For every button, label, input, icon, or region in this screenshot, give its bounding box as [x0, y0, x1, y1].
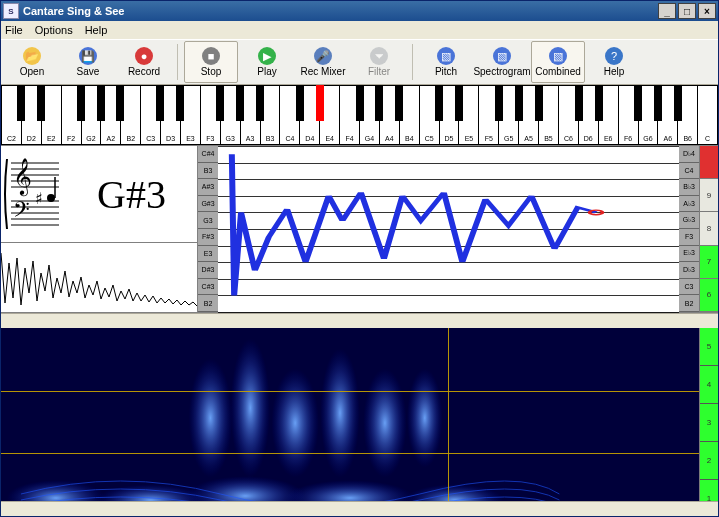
toolbar-combined-label: Combined [535, 66, 581, 77]
meter-cell: 7 [700, 246, 718, 279]
key-label: C [705, 135, 710, 142]
key-label: G5 [504, 135, 513, 142]
key-label: B6 [683, 135, 692, 142]
pitch-axis-tick: D♭3 [679, 262, 699, 279]
toolbar-record-button[interactable]: ●Record [117, 41, 171, 83]
toolbar-pitch-label: Pitch [435, 66, 457, 77]
white-key[interactable]: E4 [320, 85, 340, 145]
toolbar-spectrogram-button[interactable]: ▧Spectrogram [475, 41, 529, 83]
svg-point-23 [271, 368, 319, 478]
meter-cell: 2 [700, 442, 718, 480]
white-key[interactable]: E3 [181, 85, 201, 145]
staff-note-panel: 𝄞 𝄢 ♯ G#3 [1, 146, 197, 243]
pitch-scrollbar[interactable] [1, 313, 718, 328]
pitch-axis-tick: B♭3 [679, 179, 699, 196]
pitch-axis-tick: C#3 [198, 279, 218, 296]
white-key[interactable]: A2 [101, 85, 121, 145]
play-icon: ▶ [258, 47, 276, 65]
toolbar-pitch-button[interactable]: ▧Pitch [419, 41, 473, 83]
key-label: C4 [285, 135, 294, 142]
white-key[interactable]: G3 [221, 85, 241, 145]
white-key[interactable]: B2 [121, 85, 141, 145]
minimize-button[interactable]: _ [658, 3, 676, 19]
statusbar [1, 501, 718, 516]
piano-keyboard[interactable]: C2D2E2F2G2A2B2C3D3E3F3G3A3B3C4D4E4F4G4A4… [1, 85, 718, 146]
white-key[interactable]: F2 [62, 85, 82, 145]
white-key[interactable]: A5 [519, 85, 539, 145]
app-icon: S [3, 3, 19, 19]
white-key[interactable]: A6 [658, 85, 678, 145]
toolbar-save-button[interactable]: 💾Save [61, 41, 115, 83]
white-key[interactable]: D6 [579, 85, 599, 145]
key-label: B3 [266, 135, 275, 142]
white-key[interactable]: G4 [360, 85, 380, 145]
key-label: E2 [47, 135, 56, 142]
white-key[interactable]: D2 [22, 85, 42, 145]
white-key[interactable]: C4 [280, 85, 300, 145]
key-label: F2 [67, 135, 75, 142]
white-key[interactable]: E2 [42, 85, 62, 145]
white-key[interactable]: B6 [678, 85, 698, 145]
key-label: G6 [643, 135, 652, 142]
white-key[interactable]: F5 [479, 85, 499, 145]
white-key[interactable]: C5 [420, 85, 440, 145]
level-meter-upper: 9 8 7 6 [699, 146, 718, 312]
toolbar-record-label: Record [128, 66, 160, 77]
white-key[interactable]: F6 [619, 85, 639, 145]
waveform-panel [1, 243, 197, 312]
toolbar-open-label: Open [20, 66, 44, 77]
recmixer-icon: 🎤 [314, 47, 332, 65]
white-key[interactable]: C2 [1, 85, 22, 145]
titlebar: S Cantare Sing & See _ □ × [1, 1, 718, 21]
menu-options[interactable]: Options [35, 24, 73, 36]
svg-point-21 [188, 358, 232, 478]
toolbar-open-button[interactable]: 📂Open [5, 41, 59, 83]
white-key[interactable]: G5 [499, 85, 519, 145]
toolbar-help-button[interactable]: ?Help [587, 41, 641, 83]
white-key[interactable]: G2 [82, 85, 102, 145]
white-key[interactable]: C6 [559, 85, 579, 145]
toolbar-play-button[interactable]: ▶Play [240, 41, 294, 83]
pitch-panel: C#4B3A#3G#3G3F#3E3D#3C#3B2 D♭4C4B♭3A♭3G♭… [198, 146, 699, 312]
pitch-axis-tick: G#3 [198, 196, 218, 213]
white-key[interactable]: D3 [161, 85, 181, 145]
white-key[interactable]: D4 [300, 85, 320, 145]
white-key[interactable]: B5 [539, 85, 559, 145]
menu-help[interactable]: Help [85, 24, 108, 36]
toolbar-help-label: Help [604, 66, 625, 77]
open-icon: 📂 [23, 47, 41, 65]
white-key[interactable]: C [698, 85, 718, 145]
close-button[interactable]: × [698, 3, 716, 19]
key-label: F4 [346, 135, 354, 142]
white-key[interactable]: G6 [639, 85, 659, 145]
key-label: C6 [564, 135, 573, 142]
white-key[interactable]: B4 [400, 85, 420, 145]
white-key[interactable]: C3 [141, 85, 161, 145]
meter-red-cell [700, 146, 718, 179]
save-icon: 💾 [79, 47, 97, 65]
key-label: E5 [465, 135, 474, 142]
pitch-axis-tick: A♭3 [679, 196, 699, 213]
meter-cell: 4 [700, 366, 718, 404]
white-key[interactable]: D5 [440, 85, 460, 145]
pitch-plot[interactable] [218, 146, 679, 312]
white-key[interactable]: A3 [241, 85, 261, 145]
key-label: E6 [604, 135, 613, 142]
key-label: A3 [246, 135, 255, 142]
white-key[interactable]: B3 [261, 85, 281, 145]
white-key[interactable]: A4 [380, 85, 400, 145]
maximize-button[interactable]: □ [678, 3, 696, 19]
spectrogram-plot[interactable] [1, 328, 699, 517]
key-label: G2 [86, 135, 95, 142]
white-key[interactable]: E5 [459, 85, 479, 145]
white-key[interactable]: F4 [340, 85, 360, 145]
menu-file[interactable]: File [5, 24, 23, 36]
toolbar-stop-button[interactable]: ■Stop [184, 41, 238, 83]
toolbar-recmixer-button[interactable]: 🎤Rec Mixer [296, 41, 350, 83]
pitch-axis-tick: B2 [679, 295, 699, 312]
toolbar-recmixer-label: Rec Mixer [300, 66, 345, 77]
svg-point-22 [230, 338, 270, 478]
toolbar-combined-button[interactable]: ▧Combined [531, 41, 585, 83]
white-key[interactable]: E6 [599, 85, 619, 145]
white-key[interactable]: F3 [201, 85, 221, 145]
